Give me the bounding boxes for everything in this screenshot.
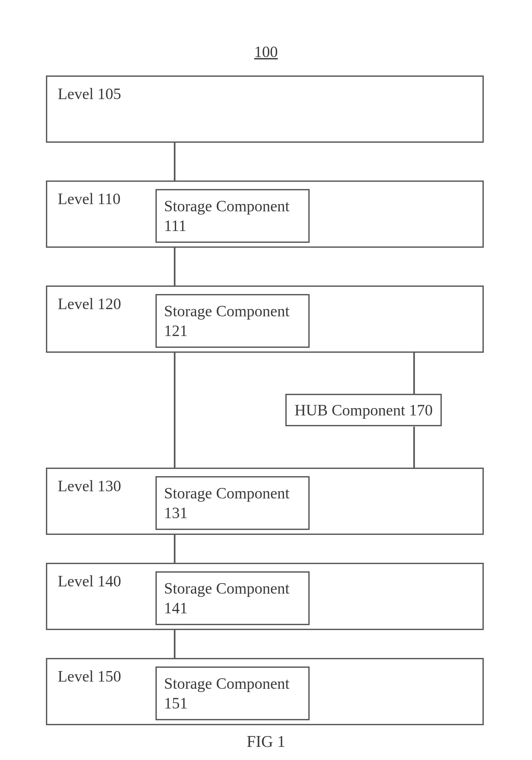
level-label: Level 105 — [58, 85, 121, 103]
figure-caption: FIG 1 — [247, 732, 285, 751]
component-ref: 141 — [164, 599, 188, 617]
component-ref: 151 — [164, 694, 188, 712]
level-box-105: Level 105 — [46, 75, 484, 143]
connector-130-140 — [174, 535, 175, 563]
storage-component-131: Storage Component 131 — [155, 476, 310, 530]
level-box-150: Level 150 Storage Component 151 — [46, 658, 484, 725]
storage-component-151: Storage Component 151 — [155, 666, 310, 720]
component-name: Storage Component — [164, 675, 289, 692]
level-label: Level 130 — [58, 477, 121, 495]
diagram-canvas: 100 Level 105 Level 110 Storage Componen… — [0, 0, 532, 760]
level-box-120: Level 120 Storage Component 121 — [46, 285, 484, 353]
component-ref: 131 — [164, 504, 188, 521]
storage-component-121: Storage Component 121 — [155, 294, 310, 348]
level-label: Level 140 — [58, 572, 121, 590]
connector-hub-130 — [413, 427, 415, 468]
hub-label: HUB Component 170 — [294, 401, 433, 419]
connector-120-hub — [413, 353, 415, 394]
hub-component-170: HUB Component 170 — [285, 394, 442, 426]
level-label: Level 150 — [58, 667, 121, 685]
figure-number-title: 100 — [254, 43, 278, 61]
connector-120-130 — [174, 353, 175, 468]
component-name: Storage Component — [164, 484, 289, 502]
storage-component-141: Storage Component 141 — [155, 571, 310, 625]
level-box-140: Level 140 Storage Component 141 — [46, 563, 484, 630]
component-ref: 111 — [164, 217, 186, 234]
level-box-110: Level 110 Storage Component 111 — [46, 180, 484, 248]
connector-140-150 — [174, 630, 175, 658]
component-ref: 121 — [164, 322, 188, 339]
component-name: Storage Component — [164, 580, 289, 597]
storage-component-111: Storage Component 111 — [155, 189, 310, 243]
component-name: Storage Component — [164, 197, 289, 214]
connector-110-120 — [174, 248, 175, 285]
level-label: Level 110 — [58, 190, 120, 208]
component-name: Storage Component — [164, 302, 289, 320]
level-box-130: Level 130 Storage Component 131 — [46, 468, 484, 535]
level-label: Level 120 — [58, 295, 121, 313]
connector-105-110 — [174, 143, 175, 180]
